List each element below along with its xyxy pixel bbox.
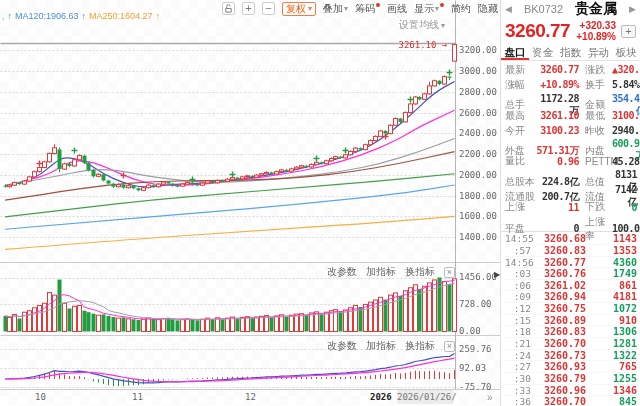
volume-tick-label: 1456.00: [459, 272, 497, 282]
stat-value: 0: [612, 202, 637, 213]
chips-button[interactable]: 筹码: [355, 2, 380, 16]
tick-volume: 910: [597, 315, 637, 326]
tab-板块[interactable]: 板块: [612, 44, 640, 60]
stat-value: 3260.77: [535, 64, 579, 75]
tick-volume: 1346: [597, 385, 637, 396]
stat-label: 换手: [579, 78, 612, 92]
date-range-box[interactable]: 2026/01/26/—: [397, 390, 454, 404]
tick-time: :24: [505, 350, 533, 361]
tick-price: 3260.73: [533, 350, 597, 361]
draw-line-button[interactable]: 画线: [387, 2, 407, 16]
tick-row[interactable]: :273260.93765: [505, 361, 637, 373]
simple-mode-button[interactable]: 简约: [451, 2, 471, 16]
tick-row[interactable]: :123260.751072: [505, 303, 637, 315]
price-tick-label: 1800.00: [459, 191, 497, 201]
tick-volume: 845: [597, 396, 637, 406]
tick-row[interactable]: :333260.961346: [505, 385, 637, 397]
panel-button-换指标[interactable]: 换指标: [405, 265, 435, 279]
tick-row[interactable]: :093260.944181: [505, 291, 637, 303]
set-ma-button[interactable]: 设置均线▾: [399, 18, 445, 32]
next-stock-arrow-icon[interactable]: ▶: [629, 4, 636, 14]
price-tick-label: 2400.00: [459, 128, 497, 138]
chevron-down-icon: ▾: [344, 4, 348, 13]
price-tick-label: 1400.00: [459, 232, 497, 242]
tick-time: :18: [505, 326, 533, 337]
tick-volume: 765: [597, 361, 637, 372]
ma-legend: ,↑MA120:1906.63↑MA250:1604.27↑: [2, 11, 163, 21]
tick-price: 3260.70: [533, 396, 597, 406]
panel-button-改参数[interactable]: 改参数: [327, 265, 357, 279]
tab-资金[interactable]: 资金: [529, 44, 557, 60]
stat-row: 量比0.96PETTM45.28: [505, 154, 637, 169]
tick-volume: 4181: [597, 291, 637, 302]
stat-row: 平盘0上涨率100.00%: [505, 215, 637, 230]
tick-volume: 1143: [597, 233, 637, 244]
close-icon[interactable]: ×: [444, 341, 455, 352]
stat-row: 总手1172.28万金额354.42亿: [505, 93, 637, 108]
tick-row[interactable]: 14:563260.774360: [505, 257, 637, 269]
stat-label: 总股本: [505, 175, 535, 189]
draw-line-label: 画线: [387, 2, 407, 16]
stat-label: 上涨: [505, 200, 535, 214]
time-tick-label: 10: [35, 392, 46, 402]
panel-button-加指标[interactable]: 加指标: [366, 265, 396, 279]
ma-legend-item: MA250:1604.27: [89, 11, 153, 21]
price-tick-label: 2000.00: [459, 170, 497, 180]
display-button[interactable]: 显示▾: [414, 2, 444, 16]
tick-volume: 1322: [597, 350, 637, 361]
tick-price: 3260.70: [533, 338, 597, 349]
chips-label: 筹码: [355, 2, 375, 16]
price-change: +320.33 +10.89%: [575, 20, 616, 42]
tick-row[interactable]: :213260.701281: [505, 338, 637, 350]
stock-code: BK0732: [524, 3, 563, 15]
tick-row[interactable]: :033260.761749: [505, 268, 637, 280]
tick-row[interactable]: :573260.831353: [505, 245, 637, 257]
zoom-in-button[interactable]: +: [242, 2, 255, 15]
tab-指数[interactable]: 指数: [557, 44, 585, 60]
ma-legend-item: ↑: [156, 11, 161, 21]
stat-value: 45.28: [612, 156, 640, 167]
lock-open-icon: [224, 4, 233, 13]
adjust-price-button[interactable]: 复权▾: [282, 2, 316, 16]
price-tick-label: 3000.00: [459, 66, 497, 76]
overlay-button[interactable]: 叠加▾: [323, 2, 348, 16]
tick-row[interactable]: :183260.831306: [505, 326, 637, 338]
panel-button-改参数[interactable]: 改参数: [327, 339, 357, 353]
tick-price: 3260.77: [533, 257, 597, 268]
price-chart-canvas[interactable]: [0, 0, 500, 390]
panel-button-加指标[interactable]: 加指标: [366, 339, 396, 353]
axis-expand-button[interactable]: »: [487, 392, 493, 403]
stat-label: 今开: [505, 124, 535, 138]
lock-icon[interactable]: [222, 2, 235, 15]
tick-row[interactable]: 14:553260.681143: [505, 233, 637, 245]
stat-label: 下跌: [579, 200, 612, 214]
panel-button-换指标[interactable]: 换指标: [405, 339, 435, 353]
tick-time: :09: [505, 291, 533, 302]
tick-row[interactable]: :303260.791255: [505, 373, 637, 385]
add-to-watchlist-button[interactable]: +: [621, 25, 636, 38]
notification-dot-icon: [440, 3, 444, 7]
tick-volume: 1749: [597, 268, 637, 279]
tick-price: 3260.76: [533, 268, 597, 279]
prev-stock-arrow-icon[interactable]: ◀: [505, 4, 512, 14]
tick-price: 3260.75: [533, 303, 597, 314]
zoom-out-button[interactable]: −: [262, 2, 275, 15]
close-icon[interactable]: ×: [444, 267, 455, 278]
tick-trade-list[interactable]: 14:553260.681143:573260.83135314:563260.…: [501, 232, 640, 406]
stat-value: 0.96: [535, 156, 579, 167]
tick-time: :36: [505, 396, 533, 406]
tick-row[interactable]: :153260.89910: [505, 315, 637, 327]
stat-value: 2940.44: [612, 125, 640, 136]
tick-row[interactable]: :363260.70845: [505, 396, 637, 406]
macd-panel-buttons: 改参数加指标换指标×: [0, 339, 455, 353]
tick-price: 3260.93: [533, 361, 597, 372]
quote-tabs: 盘口资金指数异动板块: [501, 44, 640, 61]
tab-异动[interactable]: 异动: [584, 44, 612, 60]
quote-header: ◀ BK0732 贵金属 ▶: [501, 0, 640, 18]
tick-row[interactable]: :063261.02861: [505, 280, 637, 292]
price-tick-label: 2800.00: [459, 87, 497, 97]
macd-tick-label: 259.76: [459, 344, 492, 354]
tab-盘口[interactable]: 盘口: [501, 44, 529, 60]
volume-panel-buttons: 改参数加指标换指标×: [0, 265, 455, 279]
tick-row[interactable]: :243260.731322: [505, 350, 637, 362]
